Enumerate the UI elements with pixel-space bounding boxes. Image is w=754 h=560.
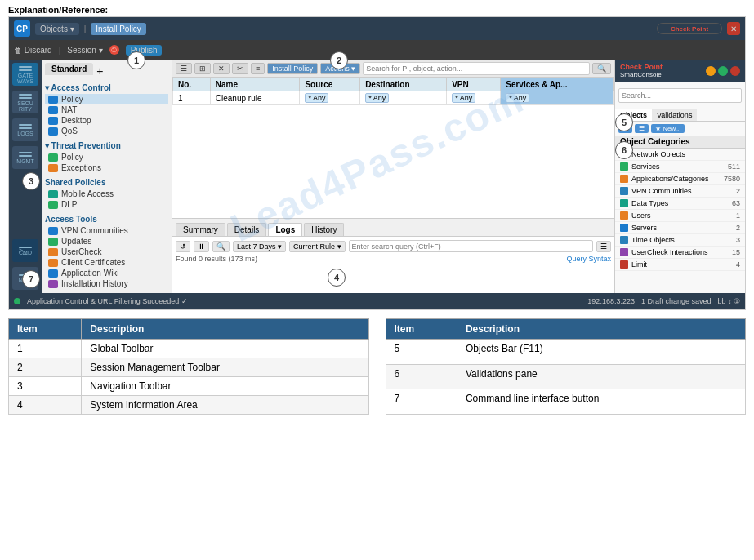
sidebar: Standard + ▾ Access Control Policy NAT D… xyxy=(42,60,172,293)
refresh-logs-btn[interactable]: ↺ xyxy=(176,241,190,252)
sidebar-item-updates[interactable]: Updates xyxy=(45,236,168,247)
policy-table-container: No. Name Source Destination VPN Services… xyxy=(172,78,614,218)
category-applications[interactable]: Applications/Categories 7580 xyxy=(615,173,745,185)
nav-command-line[interactable]: >_ CMD xyxy=(12,239,38,262)
window-controls xyxy=(706,66,740,76)
rules-btn[interactable]: ≡ xyxy=(251,63,265,74)
tab-validations[interactable]: Validations xyxy=(652,109,697,121)
session-toolbar: 🗑 Discard | Session ▾ ① Publish xyxy=(9,40,745,60)
ip-address-text: 192.168.3.223 xyxy=(587,297,635,305)
category-data-types[interactable]: Data Types 63 xyxy=(615,198,745,210)
minimize-btn[interactable] xyxy=(706,66,716,76)
category-services[interactable]: Services 511 xyxy=(615,161,745,173)
sidebar-item-exceptions[interactable]: Exceptions xyxy=(45,162,168,173)
category-vpn-communities[interactable]: VPN Communities 2 xyxy=(615,185,745,198)
sidebar-item-dlp[interactable]: DLP xyxy=(45,199,168,210)
new-object-btn[interactable]: ★ New... xyxy=(651,124,685,133)
close-window-btn[interactable] xyxy=(730,66,740,76)
search-btn[interactable]: 🔍 xyxy=(592,63,611,74)
logs-options-btn[interactable]: ☰ xyxy=(596,241,611,252)
status-indicator xyxy=(14,298,20,304)
maximize-btn[interactable] xyxy=(718,66,728,76)
sidebar-item-qos[interactable]: QoS xyxy=(45,126,168,136)
session-button[interactable]: Session ▾ xyxy=(67,46,102,55)
vpn-cat-icon xyxy=(620,187,628,195)
current-rule-btn[interactable]: Current Rule ▾ xyxy=(289,241,346,252)
policy-search-input[interactable] xyxy=(363,62,590,75)
sidebar-item-policy-ac[interactable]: Policy xyxy=(45,94,168,104)
table-row[interactable]: 1 Cleanup rule * Any * Any * Any * Any xyxy=(173,91,614,105)
tab-history[interactable]: History xyxy=(304,223,344,236)
time-range-btn[interactable]: Last 7 Days ▾ xyxy=(233,241,286,252)
right-panel-search-input[interactable] xyxy=(618,88,742,103)
policy-tp-icon xyxy=(48,153,58,162)
applications-icon xyxy=(620,175,628,183)
query-syntax-link[interactable]: Query Syntax xyxy=(566,255,611,263)
nav-logs[interactable]: LOGS xyxy=(12,118,38,141)
reference-section: Item Description 1 Global Toolbar 2 Sess… xyxy=(8,318,746,415)
tab-logs[interactable]: Logs xyxy=(268,223,302,236)
sidebar-item-client-certs[interactable]: Client Certificates xyxy=(45,257,168,268)
category-users[interactable]: Users 1 xyxy=(615,210,745,222)
discard-button[interactable]: 🗑 Discard xyxy=(14,46,52,55)
explanation-label: Explanation/Reference: xyxy=(0,0,754,16)
callout-5: 5 xyxy=(615,113,633,131)
callout-1: 1 xyxy=(127,51,145,69)
nav-gateways[interactable]: GATEWAYS xyxy=(12,63,38,86)
dlp-icon xyxy=(48,201,58,209)
category-usercheck[interactable]: UserCheck Interactions 15 xyxy=(615,247,745,259)
tab-details[interactable]: Details xyxy=(227,223,267,236)
install-policy-main-btn[interactable]: Install Policy xyxy=(267,63,318,74)
servers-icon xyxy=(620,224,628,232)
sidebar-item-usercheck[interactable]: UserCheck xyxy=(45,247,168,257)
sidebar-item-app-wiki[interactable]: Application Wiki xyxy=(45,268,168,278)
desktop-icon xyxy=(48,117,58,125)
col-vpn: VPN xyxy=(447,78,501,91)
pause-logs-btn[interactable]: ⏸ xyxy=(194,241,209,252)
category-network-objects[interactable]: Network Objects xyxy=(615,149,745,161)
objects-button[interactable]: Objects ▾ xyxy=(35,23,79,35)
sidebar-item-vpn-communities[interactable]: VPN Communities xyxy=(45,225,168,236)
sidebar-item-mobile-access[interactable]: Mobile Access xyxy=(45,189,168,199)
sidebar-section-tools: Access Tools xyxy=(45,213,168,225)
session-badge: ① xyxy=(109,45,119,55)
policy-icon xyxy=(48,96,58,104)
callout-6: 6 xyxy=(615,141,633,159)
logs-search-input[interactable] xyxy=(349,240,593,252)
category-limit[interactable]: Limit 4 xyxy=(615,259,745,271)
logs-result-text: Found 0 results (173 ms) Query Syntax xyxy=(176,255,611,263)
undo-btn[interactable]: ✕ xyxy=(213,63,230,74)
sidebar-item-nat[interactable]: NAT xyxy=(45,104,168,115)
policy-toolbar: ☰ ⊞ ✕ ✂ ≡ Install Policy Actions ▾ 🔍 xyxy=(172,60,614,78)
ref-right-col-desc: Description xyxy=(457,319,745,340)
search-logs-btn[interactable]: 🔍 xyxy=(212,241,230,252)
sidebar-item-desktop[interactable]: Desktop xyxy=(45,115,168,126)
app-status-text: Application Control & URL Filtering Succ… xyxy=(27,297,188,305)
select-all-btn[interactable]: ☰ xyxy=(176,63,192,74)
exceptions-icon xyxy=(48,164,58,172)
limit-icon xyxy=(620,260,628,269)
layout-btn[interactable]: ⊞ xyxy=(194,63,211,74)
cut-btn[interactable]: ✂ xyxy=(232,63,248,74)
category-servers[interactable]: Servers 2 xyxy=(615,222,745,234)
policy-rules-table: No. Name Source Destination VPN Services… xyxy=(172,78,614,105)
main-content: GATEWAYS SECURITY LOGS MGMT >_ CMD NEW xyxy=(9,60,745,293)
close-button[interactable]: ✕ xyxy=(727,22,740,35)
ref-left-col-desc: Description xyxy=(82,319,368,340)
sidebar-section-shared: Shared Policies xyxy=(45,176,168,189)
nav-security[interactable]: SECURITY xyxy=(12,91,38,113)
sidebar-item-policy-tp[interactable]: Policy xyxy=(45,152,168,162)
tab-summary[interactable]: Summary xyxy=(176,223,225,236)
sidebar-tab-standard[interactable]: Standard xyxy=(45,63,93,75)
nav-manage[interactable]: MGMT xyxy=(12,146,38,169)
sidebar-item-install-history[interactable]: Installation History xyxy=(45,278,168,289)
sidebar-section-access-control: ▾ Access Control xyxy=(45,82,168,94)
draft-status-text: 1 Draft change saved xyxy=(641,297,712,305)
ref-right-col-item: Item xyxy=(386,319,457,340)
list-item: 1 Global Toolbar xyxy=(9,340,369,358)
category-time-objects[interactable]: Time Objects 3 xyxy=(615,234,745,247)
sidebar-add-btn[interactable]: + xyxy=(96,64,103,78)
users-icon xyxy=(620,211,628,220)
list-btn[interactable]: ☰ xyxy=(635,124,649,133)
install-policy-button[interactable]: Install Policy xyxy=(91,23,146,35)
